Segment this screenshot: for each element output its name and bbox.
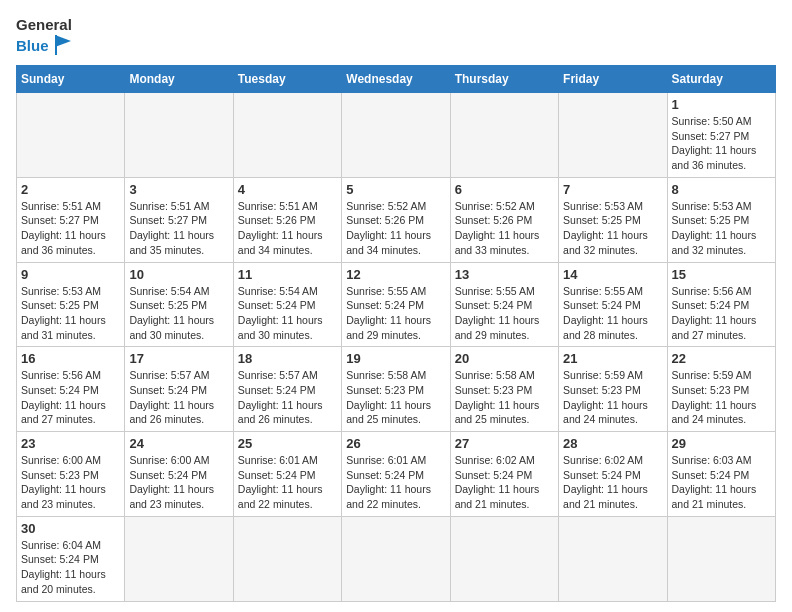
day-info: Sunrise: 6:01 AMSunset: 5:24 PMDaylight:… bbox=[238, 453, 337, 512]
calendar-cell: 8Sunrise: 5:53 AMSunset: 5:25 PMDaylight… bbox=[667, 177, 775, 262]
day-info: Sunrise: 5:53 AMSunset: 5:25 PMDaylight:… bbox=[672, 199, 771, 258]
weekday-header-monday: Monday bbox=[125, 66, 233, 93]
day-number: 7 bbox=[563, 182, 662, 197]
day-info: Sunrise: 5:53 AMSunset: 5:25 PMDaylight:… bbox=[563, 199, 662, 258]
day-number: 11 bbox=[238, 267, 337, 282]
weekday-header-saturday: Saturday bbox=[667, 66, 775, 93]
calendar-cell: 5Sunrise: 5:52 AMSunset: 5:26 PMDaylight… bbox=[342, 177, 450, 262]
calendar-cell: 9Sunrise: 5:53 AMSunset: 5:25 PMDaylight… bbox=[17, 262, 125, 347]
calendar-row-6: 30Sunrise: 6:04 AMSunset: 5:24 PMDayligh… bbox=[17, 516, 776, 601]
calendar-cell: 12Sunrise: 5:55 AMSunset: 5:24 PMDayligh… bbox=[342, 262, 450, 347]
day-number: 21 bbox=[563, 351, 662, 366]
calendar-cell: 16Sunrise: 5:56 AMSunset: 5:24 PMDayligh… bbox=[17, 347, 125, 432]
calendar-cell: 15Sunrise: 5:56 AMSunset: 5:24 PMDayligh… bbox=[667, 262, 775, 347]
day-number: 17 bbox=[129, 351, 228, 366]
day-info: Sunrise: 5:56 AMSunset: 5:24 PMDaylight:… bbox=[672, 284, 771, 343]
calendar-cell bbox=[17, 93, 125, 178]
calendar-cell: 30Sunrise: 6:04 AMSunset: 5:24 PMDayligh… bbox=[17, 516, 125, 601]
day-info: Sunrise: 5:51 AMSunset: 5:27 PMDaylight:… bbox=[129, 199, 228, 258]
calendar-cell: 13Sunrise: 5:55 AMSunset: 5:24 PMDayligh… bbox=[450, 262, 558, 347]
logo-blue-text: Blue bbox=[16, 37, 49, 54]
calendar-row-4: 16Sunrise: 5:56 AMSunset: 5:24 PMDayligh… bbox=[17, 347, 776, 432]
day-number: 10 bbox=[129, 267, 228, 282]
day-number: 3 bbox=[129, 182, 228, 197]
svg-marker-0 bbox=[55, 35, 71, 47]
day-number: 16 bbox=[21, 351, 120, 366]
calendar-cell bbox=[342, 516, 450, 601]
calendar-cell: 20Sunrise: 5:58 AMSunset: 5:23 PMDayligh… bbox=[450, 347, 558, 432]
day-info: Sunrise: 6:03 AMSunset: 5:24 PMDaylight:… bbox=[672, 453, 771, 512]
calendar-cell bbox=[233, 93, 341, 178]
weekday-header-thursday: Thursday bbox=[450, 66, 558, 93]
day-number: 26 bbox=[346, 436, 445, 451]
calendar-cell: 2Sunrise: 5:51 AMSunset: 5:27 PMDaylight… bbox=[17, 177, 125, 262]
day-info: Sunrise: 5:50 AMSunset: 5:27 PMDaylight:… bbox=[672, 114, 771, 173]
calendar-cell bbox=[233, 516, 341, 601]
calendar-cell: 6Sunrise: 5:52 AMSunset: 5:26 PMDaylight… bbox=[450, 177, 558, 262]
day-number: 29 bbox=[672, 436, 771, 451]
weekday-header-tuesday: Tuesday bbox=[233, 66, 341, 93]
weekday-header-wednesday: Wednesday bbox=[342, 66, 450, 93]
day-info: Sunrise: 5:54 AMSunset: 5:25 PMDaylight:… bbox=[129, 284, 228, 343]
calendar-cell: 14Sunrise: 5:55 AMSunset: 5:24 PMDayligh… bbox=[559, 262, 667, 347]
day-info: Sunrise: 5:58 AMSunset: 5:23 PMDaylight:… bbox=[455, 368, 554, 427]
day-info: Sunrise: 5:51 AMSunset: 5:27 PMDaylight:… bbox=[21, 199, 120, 258]
day-number: 13 bbox=[455, 267, 554, 282]
logo-general-text: General bbox=[16, 16, 72, 33]
day-number: 30 bbox=[21, 521, 120, 536]
day-info: Sunrise: 5:52 AMSunset: 5:26 PMDaylight:… bbox=[346, 199, 445, 258]
day-number: 25 bbox=[238, 436, 337, 451]
day-info: Sunrise: 5:51 AMSunset: 5:26 PMDaylight:… bbox=[238, 199, 337, 258]
day-number: 1 bbox=[672, 97, 771, 112]
calendar-cell: 11Sunrise: 5:54 AMSunset: 5:24 PMDayligh… bbox=[233, 262, 341, 347]
calendar-cell: 28Sunrise: 6:02 AMSunset: 5:24 PMDayligh… bbox=[559, 432, 667, 517]
day-info: Sunrise: 5:52 AMSunset: 5:26 PMDaylight:… bbox=[455, 199, 554, 258]
day-info: Sunrise: 6:02 AMSunset: 5:24 PMDaylight:… bbox=[563, 453, 662, 512]
calendar-cell bbox=[559, 93, 667, 178]
day-info: Sunrise: 5:59 AMSunset: 5:23 PMDaylight:… bbox=[672, 368, 771, 427]
day-info: Sunrise: 5:55 AMSunset: 5:24 PMDaylight:… bbox=[563, 284, 662, 343]
day-info: Sunrise: 5:54 AMSunset: 5:24 PMDaylight:… bbox=[238, 284, 337, 343]
day-info: Sunrise: 6:04 AMSunset: 5:24 PMDaylight:… bbox=[21, 538, 120, 597]
day-number: 4 bbox=[238, 182, 337, 197]
calendar-cell bbox=[125, 93, 233, 178]
calendar-cell: 24Sunrise: 6:00 AMSunset: 5:24 PMDayligh… bbox=[125, 432, 233, 517]
day-info: Sunrise: 5:55 AMSunset: 5:24 PMDaylight:… bbox=[455, 284, 554, 343]
day-info: Sunrise: 5:57 AMSunset: 5:24 PMDaylight:… bbox=[129, 368, 228, 427]
calendar-row-1: 1Sunrise: 5:50 AMSunset: 5:27 PMDaylight… bbox=[17, 93, 776, 178]
day-number: 18 bbox=[238, 351, 337, 366]
day-number: 19 bbox=[346, 351, 445, 366]
calendar-cell: 18Sunrise: 5:57 AMSunset: 5:24 PMDayligh… bbox=[233, 347, 341, 432]
day-info: Sunrise: 5:59 AMSunset: 5:23 PMDaylight:… bbox=[563, 368, 662, 427]
day-number: 28 bbox=[563, 436, 662, 451]
day-info: Sunrise: 6:00 AMSunset: 5:24 PMDaylight:… bbox=[129, 453, 228, 512]
calendar-cell bbox=[667, 516, 775, 601]
calendar-cell: 23Sunrise: 6:00 AMSunset: 5:23 PMDayligh… bbox=[17, 432, 125, 517]
day-info: Sunrise: 5:53 AMSunset: 5:25 PMDaylight:… bbox=[21, 284, 120, 343]
day-number: 27 bbox=[455, 436, 554, 451]
weekday-header-friday: Friday bbox=[559, 66, 667, 93]
calendar-row-2: 2Sunrise: 5:51 AMSunset: 5:27 PMDaylight… bbox=[17, 177, 776, 262]
day-info: Sunrise: 6:02 AMSunset: 5:24 PMDaylight:… bbox=[455, 453, 554, 512]
day-number: 8 bbox=[672, 182, 771, 197]
day-info: Sunrise: 5:57 AMSunset: 5:24 PMDaylight:… bbox=[238, 368, 337, 427]
calendar-cell: 19Sunrise: 5:58 AMSunset: 5:23 PMDayligh… bbox=[342, 347, 450, 432]
calendar-cell: 27Sunrise: 6:02 AMSunset: 5:24 PMDayligh… bbox=[450, 432, 558, 517]
day-info: Sunrise: 5:56 AMSunset: 5:24 PMDaylight:… bbox=[21, 368, 120, 427]
day-number: 22 bbox=[672, 351, 771, 366]
day-number: 24 bbox=[129, 436, 228, 451]
day-number: 6 bbox=[455, 182, 554, 197]
day-number: 12 bbox=[346, 267, 445, 282]
day-info: Sunrise: 5:55 AMSunset: 5:24 PMDaylight:… bbox=[346, 284, 445, 343]
calendar-cell bbox=[559, 516, 667, 601]
calendar-cell bbox=[125, 516, 233, 601]
weekday-header-sunday: Sunday bbox=[17, 66, 125, 93]
calendar-cell: 4Sunrise: 5:51 AMSunset: 5:26 PMDaylight… bbox=[233, 177, 341, 262]
logo-flag-icon bbox=[53, 33, 77, 57]
calendar-cell: 21Sunrise: 5:59 AMSunset: 5:23 PMDayligh… bbox=[559, 347, 667, 432]
day-number: 5 bbox=[346, 182, 445, 197]
calendar-cell: 26Sunrise: 6:01 AMSunset: 5:24 PMDayligh… bbox=[342, 432, 450, 517]
calendar-cell: 3Sunrise: 5:51 AMSunset: 5:27 PMDaylight… bbox=[125, 177, 233, 262]
header: General Blue bbox=[16, 16, 776, 57]
calendar-row-3: 9Sunrise: 5:53 AMSunset: 5:25 PMDaylight… bbox=[17, 262, 776, 347]
